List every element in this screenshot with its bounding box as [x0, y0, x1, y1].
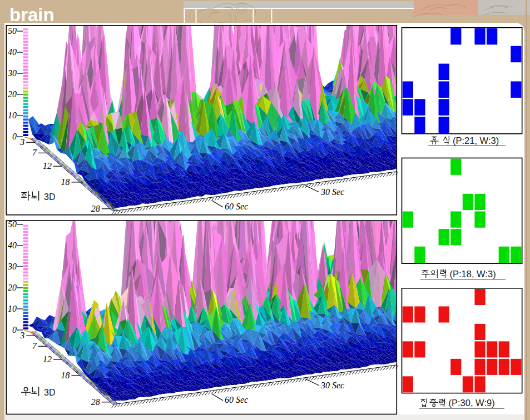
svg-text:30: 30 [7, 262, 17, 271]
svg-text:12: 12 [43, 161, 52, 171]
svg-text:40: 40 [8, 47, 17, 57]
svg-text:40: 40 [8, 241, 17, 250]
svg-text:30 Sec: 30 Sec [320, 187, 344, 197]
svg-text:(P:18, W:3): (P:18, W:3) [450, 269, 496, 279]
svg-text:7: 7 [32, 341, 37, 351]
svg-text:3: 3 [19, 137, 24, 147]
svg-text:28: 28 [91, 397, 100, 407]
svg-text:18: 18 [61, 371, 70, 380]
svg-text:(P:30, W:9): (P:30, W:9) [449, 398, 495, 408]
svg-text:18: 18 [61, 177, 70, 187]
svg-text:3D: 3D [44, 388, 55, 397]
svg-text:50: 50 [8, 26, 17, 36]
svg-text:10: 10 [8, 304, 17, 313]
svg-text:30 Sec: 30 Sec [320, 381, 344, 390]
svg-text:28: 28 [91, 204, 100, 213]
svg-text:60 Sec: 60 Sec [225, 395, 248, 404]
svg-text:12: 12 [43, 354, 52, 364]
svg-text:0: 0 [12, 132, 17, 141]
svg-text:20: 20 [8, 89, 17, 99]
svg-text:20: 20 [8, 283, 17, 292]
svg-text:3D: 3D [44, 192, 55, 202]
svg-text:0: 0 [12, 325, 17, 334]
svg-text:7: 7 [32, 148, 37, 157]
svg-text:(P:21, W:3): (P:21, W:3) [453, 136, 499, 146]
svg-text:60 Sec: 60 Sec [225, 202, 248, 211]
svg-text:3: 3 [19, 331, 24, 340]
svg-text:30: 30 [7, 68, 17, 78]
svg-text:10: 10 [8, 111, 17, 120]
svg-text:brain: brain [9, 4, 55, 25]
